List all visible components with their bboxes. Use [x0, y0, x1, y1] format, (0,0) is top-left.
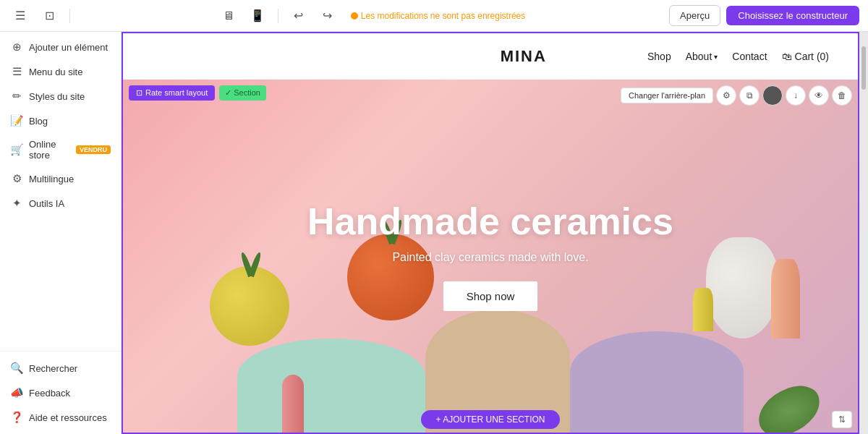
sidebar-label-blog: Blog — [29, 116, 48, 127]
site-nav: MINA Shop About ▾ Contact 🛍 Cart (0) — [123, 33, 858, 80]
add-section-button[interactable]: + AJOUTER UNE SECTION — [421, 410, 559, 429]
top-bar: ☰ ⊡ 🖥 📱 ↩ ↪ Les modifications ne sont pa… — [0, 0, 868, 32]
desktop-view-button[interactable]: 🖥 — [217, 4, 240, 27]
divider — [69, 9, 70, 23]
cart-bag-icon: 🛍 — [782, 51, 792, 62]
mobile-view-button[interactable]: 📱 — [246, 4, 269, 27]
vase-yellow — [210, 266, 289, 346]
hero-section: ⊡ Rate smart layout ✓ Section Changer l'… — [123, 80, 858, 433]
preview-wrapper: MINA Shop About ▾ Contact 🛍 Cart (0) — [122, 32, 859, 434]
hero-subtitle: Painted clay ceramics made with love. — [307, 251, 673, 264]
settings-icon-button[interactable]: ⚙ — [716, 85, 736, 106]
sidebar: ⊕ Ajouter un élément ☰ Menu du site ✏ St… — [0, 32, 122, 434]
sidebar-item-aide[interactable]: ❓ Aide et ressources — [0, 405, 121, 430]
hero-content: Handmade ceramics Painted clay ceramics … — [307, 201, 673, 311]
vase-white — [706, 237, 778, 339]
choose-constructor-button[interactable]: Choisissez le constructeur — [726, 6, 859, 25]
main-area: ⊕ Ajouter un élément ☰ Menu du site ✏ St… — [0, 32, 868, 434]
store-badge: VENDRU — [76, 145, 111, 154]
add-section-bar: + AJOUTER UNE SECTION ⇅ — [123, 407, 858, 433]
sidebar-label-feedback: Feedback — [29, 388, 70, 399]
feedback-icon: 📣 — [10, 386, 23, 399]
search-icon: 🔍 — [10, 362, 23, 375]
top-bar-center: 🖥 📱 ↩ ↪ Les modifications ne sont pas en… — [79, 4, 663, 27]
sidebar-label-styles: Styles du site — [29, 91, 85, 102]
sidebar-main-items: ⊕ Ajouter un élément ☰ Menu du site ✏ St… — [0, 35, 121, 351]
about-arrow-icon: ▾ — [714, 53, 718, 61]
menu-icon: ☰ — [10, 65, 23, 78]
blog-icon: 📝 — [10, 114, 23, 127]
sidebar-label-store: Online store — [29, 139, 70, 161]
top-bar-right: Aperçu Choisissez le constructeur — [669, 5, 859, 26]
sidebar-item-outils-ia[interactable]: ✦ Outils IA — [0, 191, 121, 216]
sidebar-label-aide: Aide et ressources — [29, 412, 107, 423]
help-icon: ❓ — [10, 411, 23, 424]
scroll-control-button[interactable]: ⇅ — [832, 411, 852, 428]
sidebar-item-online-store[interactable]: 🛒 Online store VENDRU — [0, 133, 121, 166]
nav-shop[interactable]: Shop — [647, 51, 671, 62]
change-background-button[interactable]: Changer l'arrière-plan — [621, 88, 713, 103]
add-icon: ⊕ — [10, 41, 23, 54]
undo-button[interactable]: ↩ — [287, 4, 310, 27]
multilingue-icon: ⚙ — [10, 172, 23, 185]
nav-cart[interactable]: 🛍 Cart (0) — [782, 51, 829, 62]
content-area: MINA Shop About ▾ Contact 🛍 Cart (0) — [122, 32, 859, 434]
styles-icon: ✏ — [10, 90, 23, 103]
sidebar-toggle-button[interactable]: ☰ — [9, 4, 32, 27]
scrollbar-thumb[interactable] — [861, 46, 866, 90]
sidebar-label-multilingue: Multilingue — [29, 174, 74, 184]
sidebar-item-search[interactable]: 🔍 Rechercher — [0, 356, 121, 380]
nav-contact[interactable]: Contact — [732, 51, 767, 62]
store-icon: 🛒 — [10, 143, 23, 156]
cylinder-yellow2 — [693, 288, 713, 331]
sidebar-item-styles[interactable]: ✏ Styles du site — [0, 84, 121, 109]
sidebar-label-search: Rechercher — [29, 363, 77, 374]
section-right-controls: Changer l'arrière-plan ⚙ ⧉ ↓ 👁 🗑 — [621, 85, 852, 106]
website-frame: MINA Shop About ▾ Contact 🛍 Cart (0) — [122, 32, 859, 434]
sidebar-item-blog[interactable]: 📝 Blog — [0, 109, 121, 133]
apercu-button[interactable]: Aperçu — [669, 5, 720, 26]
ia-icon: ✦ — [10, 197, 23, 210]
sidebar-item-multilingue[interactable]: ⚙ Multilingue — [0, 166, 121, 191]
sidebar-label-ia: Outils IA — [29, 198, 64, 209]
site-logo: MINA — [400, 47, 648, 66]
unsaved-status: Les modifications ne sont pas enregistré… — [351, 11, 525, 21]
download-icon-button[interactable]: ↓ — [786, 85, 806, 106]
layout-icon: ⊡ — [136, 88, 142, 98]
rate-smart-layout-button[interactable]: ⊡ Rate smart layout — [129, 85, 215, 101]
redo-button[interactable]: ↪ — [316, 4, 339, 27]
top-bar-left: ☰ ⊡ — [9, 4, 73, 27]
sidebar-label-menu: Menu du site — [29, 67, 82, 77]
cylinder-peach — [771, 259, 800, 339]
sidebar-item-feedback[interactable]: 📣 Feedback — [0, 380, 121, 405]
sidebar-item-menu[interactable]: ☰ Menu du site — [0, 59, 121, 84]
warning-indicator — [351, 12, 358, 20]
color-swatch-button[interactable] — [762, 85, 783, 106]
site-nav-right: Shop About ▾ Contact 🛍 Cart (0) — [647, 51, 829, 62]
unsaved-label: Les modifications ne sont pas enregistré… — [361, 11, 525, 21]
hero-title: Handmade ceramics — [307, 201, 673, 242]
shop-now-button[interactable]: Shop now — [443, 281, 538, 311]
sidebar-label-add-element: Ajouter un élément — [29, 42, 108, 53]
sidebar-item-add-element[interactable]: ⊕ Ajouter un élément — [0, 35, 121, 59]
delete-icon-button[interactable]: 🗑 — [832, 85, 852, 106]
nav-about[interactable]: About ▾ — [686, 51, 718, 62]
grid-view-button[interactable]: ⊡ — [38, 4, 61, 27]
divider2 — [278, 9, 278, 23]
section-tag-button[interactable]: ✓ Section — [219, 85, 266, 101]
scrollbar[interactable] — [859, 32, 868, 434]
eye-icon-button[interactable]: 👁 — [809, 85, 829, 106]
copy-icon-button[interactable]: ⧉ — [739, 85, 760, 106]
sidebar-bottom: 🔍 Rechercher 📣 Feedback ❓ Aide et ressou… — [0, 351, 121, 434]
